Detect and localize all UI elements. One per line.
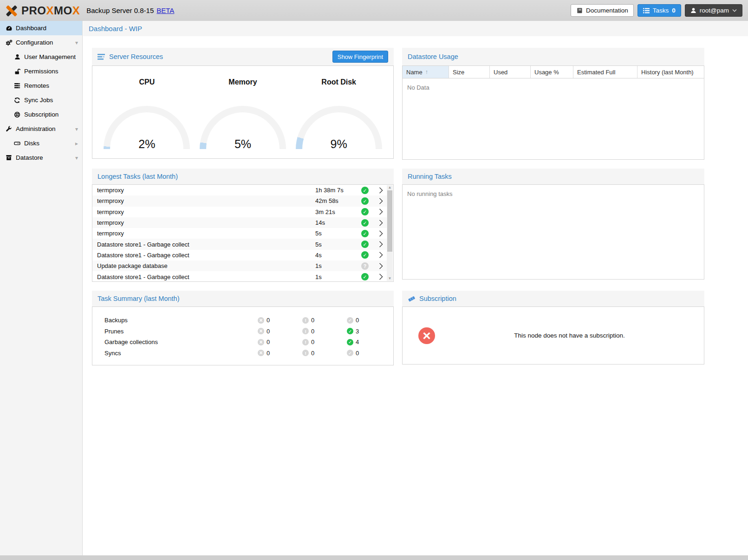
open-task-button[interactable] — [373, 188, 387, 193]
sidebar-item-sync-jobs[interactable]: Sync Jobs — [0, 93, 82, 107]
ok-count[interactable]: 0 — [347, 317, 391, 324]
sidebar-item-disks[interactable]: Disks — [0, 136, 82, 150]
open-task-button[interactable] — [373, 209, 387, 214]
sidebar-item-datastore[interactable]: Datastore — [0, 150, 82, 165]
chevron-right-icon — [377, 230, 383, 237]
open-task-button[interactable] — [373, 231, 387, 236]
task-row[interactable]: Datastore store1 - Garbage collect 4s — [92, 250, 387, 260]
open-task-button[interactable] — [373, 199, 387, 203]
task-row[interactable]: termproxy 1h 38m 7s — [92, 185, 387, 195]
ok-count[interactable]: 4 — [347, 339, 391, 345]
column-header-estimated-full[interactable]: Estimated Full — [573, 66, 637, 78]
column-header-usage-pct[interactable]: Usage % — [531, 66, 573, 78]
beta-link[interactable]: BETA — [156, 7, 174, 14]
task-row[interactable]: termproxy 3m 21s — [92, 207, 387, 217]
error-circle-icon — [258, 339, 264, 345]
book-icon — [576, 7, 583, 14]
server-resources-icon — [98, 54, 105, 60]
task-row[interactable]: Update package database 1s — [92, 260, 387, 271]
caret-right-icon[interactable] — [75, 140, 78, 147]
sidebar-item-permissions[interactable]: Permissions — [0, 64, 82, 78]
unlock-icon — [13, 68, 21, 75]
error-count[interactable]: 0 — [258, 350, 302, 357]
caret-down-icon[interactable] — [75, 155, 78, 161]
open-task-button[interactable] — [373, 242, 387, 247]
datastore-table-header: Name ↑ Size Used Usage % Estimated Full … — [403, 66, 704, 78]
user-icon — [13, 54, 21, 60]
status-ok-icon — [361, 219, 369, 227]
root-disk-gauge-value: 9% — [296, 137, 382, 149]
check-circle-icon — [347, 317, 353, 324]
chevron-right-icon — [377, 273, 383, 280]
warning-count[interactable]: 0 — [302, 339, 347, 345]
wrench-icon — [5, 126, 13, 132]
chevron-right-icon — [377, 198, 383, 204]
status-ok-icon — [361, 197, 369, 205]
sidebar-item-dashboard[interactable]: Dashboard — [0, 21, 82, 35]
error-count[interactable]: 0 — [258, 339, 302, 345]
longest-tasks-panel: Longest Tasks (last Month) termproxy 1h … — [92, 169, 394, 282]
column-header-history[interactable]: History (last Month) — [637, 66, 704, 78]
column-header-name[interactable]: Name ↑ — [403, 66, 449, 78]
tasks-count-badge: 0 — [672, 7, 676, 14]
open-task-button[interactable] — [373, 264, 387, 268]
sidebar-item-administration[interactable]: Administration — [0, 122, 82, 136]
vertical-scrollbar[interactable]: ▲ ▼ — [387, 185, 393, 281]
error-count[interactable]: 0 — [258, 328, 302, 335]
sidebar-item-remotes[interactable]: Remotes — [0, 78, 82, 93]
user-menu-button[interactable]: root@pam — [685, 4, 742, 17]
chevron-right-icon — [377, 252, 383, 258]
memory-gauge-value: 5% — [200, 137, 286, 149]
proxmox-logo: PROXMOX — [6, 4, 80, 17]
open-task-button[interactable] — [373, 253, 387, 257]
task-list-icon — [643, 8, 650, 13]
open-task-button[interactable] — [373, 221, 387, 225]
chevron-down-icon — [732, 9, 737, 12]
cogs-icon — [5, 39, 13, 46]
ok-count[interactable]: 0 — [347, 350, 391, 357]
tasks-button[interactable]: Tasks 0 — [637, 4, 681, 17]
caret-down-icon[interactable] — [75, 126, 78, 132]
warning-count[interactable]: 0 — [302, 350, 347, 357]
ok-count[interactable]: 3 — [347, 328, 391, 335]
warning-count[interactable]: 0 — [302, 317, 347, 324]
task-row[interactable]: Datastore store1 - Garbage collect 1s — [92, 271, 387, 282]
sidebar-item-configuration[interactable]: Configuration — [0, 35, 82, 50]
documentation-button[interactable]: Documentation — [571, 4, 634, 17]
summary-row-garbage-collections: Garbage collections 0 0 4 — [92, 337, 393, 348]
status-ok-icon — [361, 187, 369, 194]
ticket-icon — [408, 295, 416, 302]
scroll-up-icon[interactable]: ▲ — [387, 185, 393, 190]
column-header-used[interactable]: Used — [490, 66, 531, 78]
error-circle-icon — [258, 328, 264, 334]
task-row[interactable]: termproxy 5s — [92, 228, 387, 239]
chevron-right-icon — [377, 208, 383, 215]
task-row[interactable]: Datastore store1 - Garbage collect 5s — [92, 239, 387, 249]
warning-circle-icon — [302, 328, 309, 334]
task-row[interactable]: termproxy 14s — [92, 217, 387, 228]
caret-down-icon[interactable] — [75, 39, 78, 46]
scrollbar-thumb[interactable] — [387, 190, 392, 252]
proxmox-logo-icon — [6, 5, 18, 17]
sidebar: Dashboard Configuration User Management … — [0, 21, 83, 555]
chevron-right-icon — [377, 241, 383, 247]
status-ok-icon — [361, 273, 369, 280]
chevron-right-icon — [377, 263, 383, 269]
bottom-scrollbar-track[interactable] — [0, 555, 748, 560]
memory-gauge: Memory 5% — [195, 78, 291, 149]
logo-text: PROXMOX — [21, 4, 80, 17]
status-ok-icon — [361, 208, 369, 215]
status-unknown-icon — [361, 262, 369, 270]
task-row[interactable]: termproxy 42m 58s — [92, 195, 387, 206]
error-count[interactable]: 0 — [258, 317, 302, 324]
warning-count[interactable]: 0 — [302, 328, 347, 335]
column-header-size[interactable]: Size — [449, 66, 490, 78]
sidebar-item-user-management[interactable]: User Management — [0, 50, 82, 64]
sidebar-item-subscription[interactable]: Subscription — [0, 107, 82, 122]
scroll-down-icon[interactable]: ▼ — [387, 276, 393, 281]
show-fingerprint-button[interactable]: Show Fingerprint — [332, 51, 388, 63]
no-subscription-x-icon: × — [418, 327, 435, 344]
product-name: Backup Server 0.8-15 — [86, 7, 154, 14]
open-task-button[interactable] — [373, 274, 387, 279]
summary-row-syncs: Syncs 0 0 0 — [92, 348, 393, 359]
